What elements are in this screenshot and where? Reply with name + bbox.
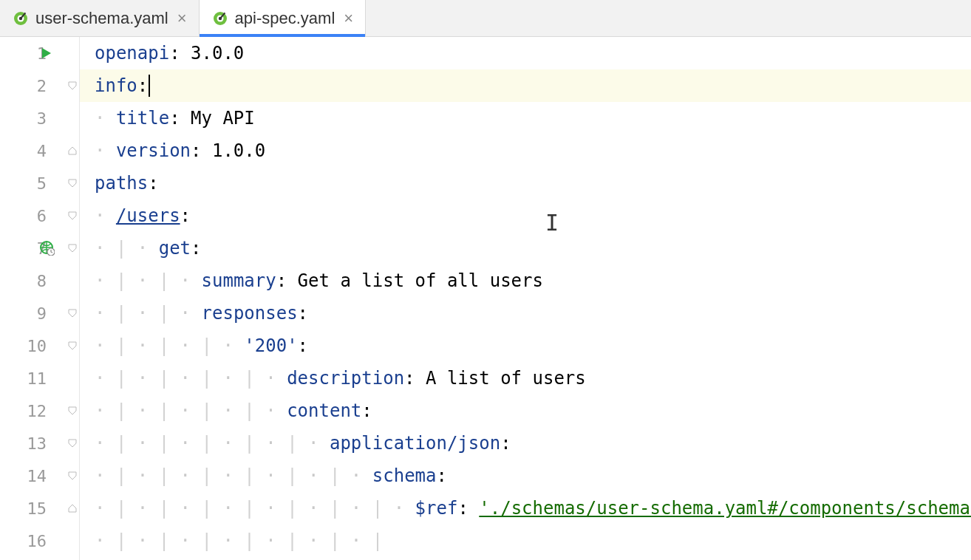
code-line[interactable]: openapi: 3.0.0 xyxy=(80,37,971,69)
code-line[interactable]: · | · | · | · | · | · | · | · $ref: './s… xyxy=(80,492,971,525)
code-body[interactable]: openapi: 3.0.0 info: · title: My API · v… xyxy=(80,37,971,560)
tab-label: user-schema.yaml xyxy=(35,9,168,28)
tab-user-schema[interactable]: user-schema.yaml × xyxy=(0,0,200,36)
fold-marker[interactable] xyxy=(66,460,79,492)
fold-marker[interactable] xyxy=(66,427,79,460)
line-number-text: 3 xyxy=(37,109,47,128)
yaml-key: summary xyxy=(202,270,276,291)
code-line[interactable]: · /users: xyxy=(80,199,971,232)
code-line[interactable]: · | · | · | · | · | · application/json: xyxy=(80,427,971,460)
fold-marker[interactable] xyxy=(66,232,79,264)
yaml-key: responses xyxy=(202,303,298,324)
text-caret xyxy=(149,75,150,97)
yaml-ref-value[interactable]: './schemas/user-schema.yaml#/components/… xyxy=(479,498,971,519)
svg-point-3 xyxy=(19,16,22,19)
globe-icon[interactable] xyxy=(40,241,55,256)
code-line[interactable]: · | · | · | · | · | · | · schema: xyxy=(80,460,971,492)
yaml-key: $ref xyxy=(415,498,458,519)
line-number-text: 10 xyxy=(27,337,47,355)
yaml-key: get xyxy=(159,238,191,259)
line-number-text: 9 xyxy=(37,304,47,323)
fold-marker[interactable] xyxy=(66,199,79,232)
yaml-key: application/json xyxy=(330,433,500,454)
line-number-text: 14 xyxy=(27,467,47,485)
fold-end-marker[interactable] xyxy=(66,492,79,525)
line-number-text: 2 xyxy=(37,77,47,95)
code-editor: 1 2 3 4 5 6 7 8 9 10 11 12 13 14 xyxy=(0,37,971,560)
fold-end-marker[interactable] xyxy=(66,134,79,167)
line-number-text: 13 xyxy=(27,434,47,453)
line-number-text: 4 xyxy=(37,142,47,160)
code-line[interactable]: · | · | · responses: xyxy=(80,297,971,329)
yaml-key: info xyxy=(95,75,137,96)
code-line[interactable]: paths: xyxy=(80,167,971,199)
line-number-text: 12 xyxy=(27,402,47,420)
yaml-key: schema xyxy=(372,465,437,486)
fold-column xyxy=(66,37,79,560)
code-line[interactable]: · | · | · | · | · description: A list of… xyxy=(80,362,971,395)
code-line[interactable]: info: xyxy=(80,69,971,102)
yaml-key: version xyxy=(116,140,191,161)
code-line[interactable]: · version: 1.0.0 xyxy=(80,134,971,167)
fold-marker[interactable] xyxy=(66,69,79,102)
editor-tabs: user-schema.yaml × api-spec.yaml × xyxy=(0,0,971,37)
fold-marker[interactable] xyxy=(66,395,79,427)
close-icon[interactable]: × xyxy=(176,10,188,27)
tab-api-spec[interactable]: api-spec.yaml × xyxy=(200,0,367,36)
line-number-text: 5 xyxy=(37,174,47,193)
close-icon[interactable]: × xyxy=(342,10,355,27)
code-line[interactable]: · | · | · | · | · content: xyxy=(80,395,971,427)
yaml-value: 3.0.0 xyxy=(191,43,244,64)
code-line[interactable]: · | · get: xyxy=(80,232,971,264)
yaml-key: title xyxy=(116,108,169,129)
code-line[interactable]: · | · | · | · | · | · | · | xyxy=(80,525,971,557)
line-number-text: 15 xyxy=(27,499,47,518)
code-line[interactable]: · title: My API xyxy=(80,102,971,134)
line-number-text: 6 xyxy=(37,207,47,225)
yaml-key: description xyxy=(287,368,404,389)
yaml-file-icon xyxy=(213,11,228,26)
yaml-key: /users xyxy=(116,205,180,226)
line-number-text: 16 xyxy=(27,532,47,550)
code-line[interactable]: · | · | · | · '200': xyxy=(80,329,971,362)
line-number-text: 11 xyxy=(27,369,47,388)
yaml-key: '200' xyxy=(244,335,297,356)
tab-label: api-spec.yaml xyxy=(235,9,335,28)
yaml-file-icon xyxy=(13,11,28,26)
yaml-key: content xyxy=(287,400,361,421)
svg-point-7 xyxy=(218,16,221,19)
fold-marker[interactable] xyxy=(66,167,79,199)
yaml-value: Get a list of all users xyxy=(298,270,543,291)
run-icon[interactable] xyxy=(40,47,53,60)
yaml-value: My API xyxy=(191,108,255,129)
yaml-value: 1.0.0 xyxy=(212,140,265,161)
line-number-text: 8 xyxy=(37,272,47,290)
code-line[interactable]: · | · | · summary: Get a list of all use… xyxy=(80,264,971,297)
gutter: 1 2 3 4 5 6 7 8 9 10 11 12 13 14 xyxy=(0,37,80,560)
yaml-value: A list of users xyxy=(426,368,586,389)
yaml-key: paths xyxy=(95,173,148,194)
fold-marker[interactable] xyxy=(66,329,79,362)
yaml-key: openapi xyxy=(95,43,169,64)
fold-marker[interactable] xyxy=(66,297,79,329)
